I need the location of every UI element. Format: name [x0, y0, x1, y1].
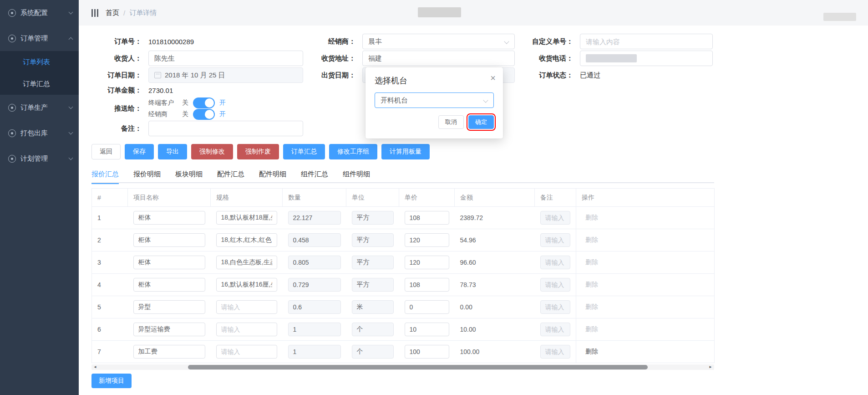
- quantity-input[interactable]: [288, 256, 341, 269]
- order-date-input[interactable]: 2018 年 10 月 25 日: [148, 67, 303, 83]
- table-cell: 54.96: [455, 229, 535, 251]
- table-cell: [399, 229, 455, 251]
- remark-input[interactable]: [540, 233, 571, 247]
- quantity-input[interactable]: [288, 278, 341, 292]
- remark-input[interactable]: [540, 256, 571, 269]
- delete-button[interactable]: 删除: [585, 214, 598, 222]
- quantity-input[interactable]: [288, 323, 341, 336]
- address-input[interactable]: [362, 51, 515, 66]
- scroll-left-icon[interactable]: ◄: [91, 364, 99, 370]
- unit-input[interactable]: [352, 233, 394, 247]
- remark-input[interactable]: [148, 121, 303, 136]
- unit-price-input[interactable]: [405, 300, 449, 314]
- table-cell: 4: [92, 274, 128, 296]
- sidebar-item-packing-outbound[interactable]: 打包出库: [0, 120, 79, 146]
- order-summary-button[interactable]: 订单汇总: [283, 144, 325, 159]
- item-name-input[interactable]: [133, 256, 205, 269]
- remark-input[interactable]: [540, 300, 571, 314]
- chevron-down-icon: [69, 10, 73, 15]
- spec-input[interactable]: [216, 345, 277, 359]
- tab-panel-detail[interactable]: 板块明细: [175, 165, 203, 183]
- dealer-select[interactable]: 晨丰: [362, 34, 515, 49]
- sidebar-item-plan-management[interactable]: 计划管理: [0, 146, 79, 171]
- tab-component-detail[interactable]: 组件明细: [343, 165, 370, 183]
- close-icon[interactable]: ×: [490, 73, 496, 83]
- spec-input[interactable]: [216, 278, 277, 292]
- push-dealer-line: 经销商 关 开: [148, 109, 226, 119]
- remark-input[interactable]: [540, 211, 571, 225]
- table-cell: [211, 318, 283, 341]
- cancel-button[interactable]: 取消: [438, 115, 464, 129]
- unit-input[interactable]: [352, 256, 394, 269]
- spec-input[interactable]: [216, 233, 277, 247]
- horizontal-scrollbar[interactable]: ◄ ►: [91, 364, 714, 370]
- add-item-button[interactable]: 新增项目: [91, 374, 132, 388]
- item-name-input[interactable]: [133, 345, 205, 359]
- unit-price-input[interactable]: [405, 323, 449, 336]
- save-button[interactable]: 保存: [125, 144, 154, 159]
- unit-input[interactable]: [352, 300, 394, 314]
- back-button[interactable]: 返回: [91, 144, 121, 159]
- spec-input[interactable]: [216, 211, 277, 225]
- tab-accessory-detail[interactable]: 配件明细: [259, 165, 286, 183]
- scrollbar-thumb[interactable]: [188, 365, 648, 369]
- delete-button[interactable]: 删除: [585, 258, 598, 267]
- item-name-input[interactable]: [133, 323, 205, 336]
- remark-input[interactable]: [540, 278, 571, 292]
- confirm-button[interactable]: 确定: [468, 115, 494, 129]
- item-name-input[interactable]: [133, 211, 205, 225]
- force-void-button[interactable]: 强制作废: [237, 144, 279, 159]
- table-cell: [399, 318, 455, 341]
- tab-quote-detail[interactable]: 报价明细: [133, 165, 161, 183]
- delete-button[interactable]: 删除: [585, 325, 598, 333]
- spec-input[interactable]: [216, 256, 277, 269]
- sidebar-item-system-config[interactable]: 系统配置: [0, 0, 79, 26]
- unit-price-input[interactable]: [405, 345, 449, 359]
- push-terminal-label: 终端客户: [148, 99, 182, 107]
- calc-board-usage-button[interactable]: 计算用板量: [381, 144, 430, 159]
- machine-select[interactable]: 开料机台: [375, 92, 494, 108]
- breadcrumb-home[interactable]: 首页: [106, 9, 119, 17]
- spec-input[interactable]: [216, 300, 277, 314]
- unit-input[interactable]: [352, 345, 394, 359]
- spec-input[interactable]: [216, 323, 277, 336]
- unit-price-input[interactable]: [405, 211, 449, 225]
- delete-button[interactable]: 删除: [585, 281, 598, 289]
- hamburger-icon[interactable]: [91, 9, 98, 17]
- remark-input[interactable]: [540, 345, 571, 359]
- item-name-input[interactable]: [133, 278, 205, 292]
- unit-price-input[interactable]: [405, 233, 449, 247]
- delete-button[interactable]: 删除: [585, 348, 598, 356]
- unit-input[interactable]: [352, 278, 394, 292]
- tab-quote-summary[interactable]: 报价汇总: [91, 165, 119, 183]
- sidebar-item-order-summary[interactable]: 订单汇总: [0, 73, 79, 95]
- tab-component-summary[interactable]: 组件汇总: [301, 165, 328, 183]
- modify-process-group-button[interactable]: 修改工序组: [329, 144, 377, 159]
- item-name-input[interactable]: [133, 233, 205, 247]
- quantity-input[interactable]: [288, 233, 341, 247]
- delete-button[interactable]: 删除: [585, 303, 598, 311]
- unit-price-input[interactable]: [405, 256, 449, 269]
- delete-button[interactable]: 删除: [585, 236, 598, 244]
- scroll-right-icon[interactable]: ►: [707, 364, 714, 370]
- unit-price-input[interactable]: [405, 278, 449, 292]
- order-date-value: 2018 年 10 月 25 日: [165, 71, 225, 80]
- force-modify-button[interactable]: 强制修改: [191, 144, 233, 159]
- quantity-input[interactable]: [288, 211, 341, 225]
- custom-no-input[interactable]: [580, 34, 713, 49]
- dealer-toggle[interactable]: [193, 109, 215, 120]
- terminal-customer-toggle[interactable]: [193, 97, 215, 108]
- quantity-input[interactable]: [288, 300, 341, 314]
- sidebar-item-order-management[interactable]: 订单管理: [0, 26, 79, 51]
- sidebar-item-order-list[interactable]: 订单列表: [0, 51, 79, 73]
- remark-input[interactable]: [540, 323, 571, 336]
- item-name-input[interactable]: [133, 300, 205, 314]
- export-button[interactable]: 导出: [158, 144, 187, 159]
- phone-input[interactable]: [580, 51, 713, 66]
- tab-accessory-summary[interactable]: 配件汇总: [217, 165, 244, 183]
- sidebar-item-order-production[interactable]: 订单生产: [0, 95, 79, 120]
- unit-input[interactable]: [352, 323, 394, 336]
- quantity-input[interactable]: [288, 345, 341, 359]
- unit-input[interactable]: [352, 211, 394, 225]
- consignee-input[interactable]: [148, 51, 303, 66]
